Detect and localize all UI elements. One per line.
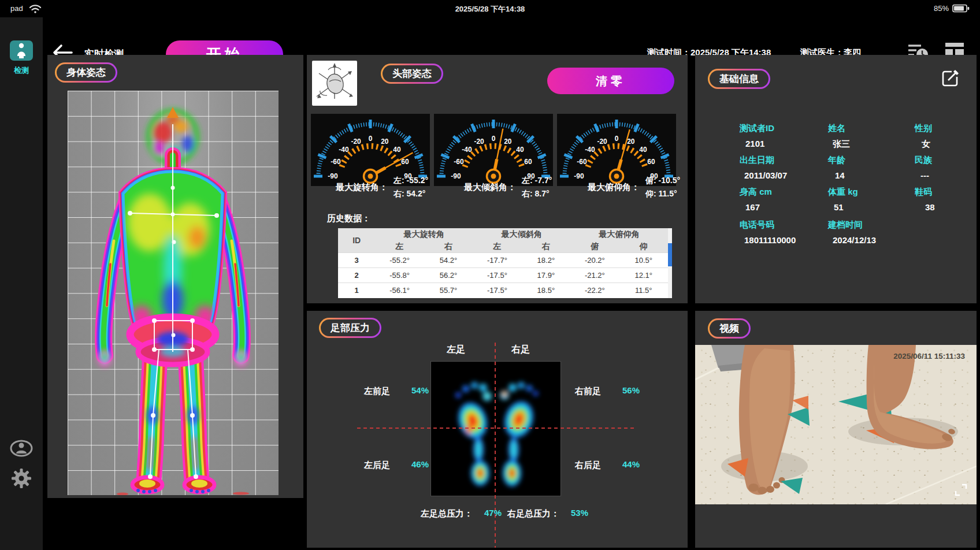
field-value-birthdate: 2011/03/07 [744,170,787,180]
col-group-pitch: 最大俯仰角 [570,228,668,240]
video-timestamp: 2025/06/11 15:11:33 [893,352,965,361]
video-title: 视频 [708,318,751,339]
svg-text:60: 60 [524,158,532,166]
status-bar: pad 2025/5/28 下午14:38 85% [0,0,980,17]
field-value-tester-id: 2101 [745,139,764,148]
battery-percent: 85% [934,4,949,13]
subcol-left2: 左 [473,240,521,253]
body-thermal-scan [68,91,279,495]
right-total-pressure-label: 右足总压力： [507,508,559,519]
subcol-up: 仰 [619,240,668,253]
sidebar-item-detect-label: 检测 [0,65,43,76]
right-total-pressure-value: 53% [571,508,588,518]
field-value-shoe-size: 38 [925,202,935,212]
svg-text:-20: -20 [474,138,484,146]
svg-text:0: 0 [615,135,619,143]
svg-text:40: 40 [516,146,524,154]
col-group-tilt: 最大倾斜角 [473,228,570,240]
sidebar: 检测 [0,17,43,550]
svg-text:-90: -90 [451,172,461,180]
svg-text:-60: -60 [577,158,587,166]
field-value-name: 张三 [833,139,850,150]
field-label-name: 姓名 [828,123,845,134]
max-tilt-left: 左: -7.7° [522,176,552,185]
field-label-age: 年龄 [828,155,845,166]
max-pitch-up: 仰: 11.5° [645,189,677,198]
table-scrollbar-track [668,228,672,298]
status-datetime: 2025/5/28 下午14:38 [0,4,980,14]
field-label-record-date: 建档时间 [828,220,863,231]
table-row[interactable]: 2 -55.8° 56.2° -17.5° 17.9° -21.2° 12.1° [338,268,668,283]
field-value-weight: 51 [834,202,844,212]
left-total-pressure-value: 47% [484,508,502,518]
max-rotation-stat: 最大旋转角： 左: -55.2° 右: 54.2° [336,172,428,202]
basic-info-title: 基础信息 [708,69,770,89]
subcol-right: 右 [424,240,473,253]
foot-pressure-title: 足部压力 [319,318,381,338]
max-tilt-right: 右: 8.7° [522,189,550,198]
body-posture-title: 身体姿态 [55,62,117,83]
svg-text:-60: -60 [331,158,341,166]
svg-text:20: 20 [504,138,512,146]
foot-pressure-panel: 足部压力 左足 右足 [307,311,688,548]
right-rearfoot-label: 右后足 [575,460,601,471]
thermal-feet [117,477,249,495]
table-scrollbar-thumb[interactable] [668,243,672,266]
field-value-height: 167 [745,202,760,212]
basic-info-panel: 基础信息 测试者ID 2101 姓名 张三 性别 女 出生日期 2011/03/… [695,55,977,303]
svg-text:20: 20 [381,138,389,146]
max-rotation-right: 右: 54.2° [394,189,425,198]
subcol-down: 俯 [570,240,619,253]
svg-text:-40: -40 [585,146,595,154]
max-pitch-down: 俯: -10.5° [645,176,680,185]
profile-icon[interactable] [10,439,33,458]
svg-text:-20: -20 [351,138,361,146]
realtime-detection-screen: pad 2025/5/28 下午14:38 85% 实时检测 开始 测试时间：2… [0,0,980,550]
video-frame[interactable]: 2025/06/11 15:11:33 [695,345,977,504]
field-label-tester-id: 测试者ID [740,123,774,134]
crosshair-horizontal [357,428,634,429]
svg-text:20: 20 [627,138,635,146]
svg-text:40: 40 [639,146,647,154]
fullscreen-icon[interactable] [955,484,967,496]
field-label-phone: 电话号码 [740,220,774,231]
sidebar-item-detect[interactable] [10,40,33,61]
person-icon [10,40,33,61]
max-pitch-stat: 最大俯仰角： 俯: -10.5° 仰: 11.5° [588,172,680,202]
svg-text:-60: -60 [454,158,464,166]
clear-button[interactable]: 清零 [547,68,674,94]
battery-fill [954,6,964,11]
left-rearfoot-label: 左后足 [364,460,390,471]
right-rearfoot-value: 44% [622,459,640,469]
field-value-record-date: 2024/12/13 [833,235,876,245]
gear-icon[interactable] [10,467,33,490]
col-group-rotation: 最大旋转角 [375,228,473,240]
field-label-birthdate: 出生日期 [740,155,774,166]
history-table: ID 最大旋转角 最大倾斜角 最大俯仰角 左 右 左 右 俯 仰 [338,228,672,298]
field-value-gender: 女 [922,139,930,150]
svg-text:40: 40 [393,146,401,154]
head-posture-title: 头部姿态 [381,64,443,84]
left-forefoot-label: 左前足 [364,386,390,397]
orange-marker [792,396,808,410]
svg-text:-40: -40 [339,146,349,154]
table-row[interactable]: 1 -56.1° 55.7° -17.5° 18.5° -22.2° 11.5° [338,283,668,298]
left-forefoot-value: 54% [411,385,429,395]
field-value-phone: 18011110000 [744,235,796,245]
max-pitch-label: 最大俯仰角： [588,182,640,193]
field-label-weight: 体重 kg [828,187,858,198]
max-rotation-label: 最大旋转角： [336,182,388,193]
edit-icon[interactable] [940,66,962,88]
field-label-ethnicity: 民族 [915,155,932,166]
left-foot-label: 左足 [439,344,473,356]
head-axes-image [312,61,357,106]
field-label-gender: 性别 [915,123,932,134]
col-id: ID [338,228,375,253]
max-tilt-label: 最大倾斜角： [464,182,516,193]
foot-pressure-heatmap [430,361,561,496]
left-rearfoot-value: 46% [411,459,429,469]
subcol-left: 左 [375,240,424,253]
table-row[interactable]: 3 -55.2° 54.2° -17.7° 18.2° -20.2° 10.5° [338,253,668,268]
video-panel: 视频 [695,311,977,548]
field-label-height: 身高 cm [740,187,772,198]
